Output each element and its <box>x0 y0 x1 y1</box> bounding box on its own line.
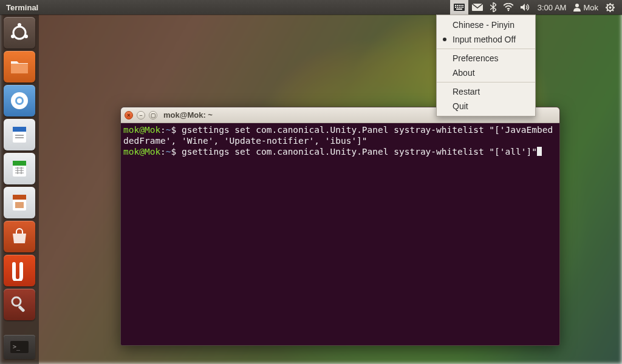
svg-point-13 <box>507 10 509 12</box>
window-close-button[interactable]: × <box>125 111 133 120</box>
prompt-path: ~ <box>166 147 171 157</box>
launcher-browser[interactable] <box>4 85 35 116</box>
user-name: Mok <box>583 3 598 12</box>
launcher-impress[interactable] <box>4 187 35 218</box>
wifi-icon <box>504 3 513 12</box>
speaker-icon <box>521 3 530 12</box>
svg-rect-7 <box>457 7 458 8</box>
window-minimize-button[interactable]: – <box>137 111 145 120</box>
svg-rect-6 <box>455 7 456 8</box>
svg-point-14 <box>575 4 579 7</box>
window-title: mok@Mok: ~ <box>163 110 213 120</box>
writer-icon <box>9 124 30 145</box>
prompt-symbol: $ <box>171 147 177 157</box>
impress-icon <box>9 192 30 213</box>
launcher-ubuntu-one[interactable] <box>4 255 35 286</box>
wrench-gear-icon <box>9 294 30 315</box>
launcher-running-terminal[interactable]: >_ <box>4 335 35 359</box>
svg-point-26 <box>18 23 21 27</box>
svg-line-20 <box>607 4 608 5</box>
svg-rect-11 <box>456 8 462 10</box>
prompt-path: ~ <box>166 125 171 135</box>
window-maximize-button[interactable]: ▢ <box>149 111 157 120</box>
active-app-label: Terminal <box>6 3 38 12</box>
svg-rect-10 <box>462 7 463 8</box>
svg-rect-2 <box>457 5 458 6</box>
terminal-line-1: gsettings set com.canonical.Unity.Panel … <box>123 125 553 146</box>
ubuntu-one-icon <box>9 260 30 281</box>
svg-rect-3 <box>459 5 460 6</box>
svg-rect-5 <box>462 5 463 6</box>
svg-rect-47 <box>18 305 25 312</box>
terminal-window: × – ▢ mok@Mok: ~ mok@Mok:~$ gsettings se… <box>120 107 560 346</box>
svg-point-46 <box>12 297 21 306</box>
svg-point-27 <box>11 35 15 38</box>
sound-indicator[interactable] <box>517 0 534 15</box>
svg-line-23 <box>612 4 613 5</box>
folder-icon <box>9 56 30 77</box>
launcher-calc[interactable] <box>4 153 35 184</box>
prompt-user: mok@Mok <box>123 147 160 157</box>
menu-separator <box>437 49 535 49</box>
svg-line-21 <box>612 10 613 11</box>
svg-text:>_: >_ <box>13 343 21 351</box>
menu-item-restart[interactable]: Restart <box>437 84 535 99</box>
top-panel: Terminal 3:00 AM Mok <box>0 0 622 15</box>
terminal-body[interactable]: mok@Mok:~$ gsettings set com.canonical.U… <box>121 123 559 345</box>
user-indicator[interactable]: Mok <box>570 0 602 15</box>
svg-rect-45 <box>15 202 24 208</box>
ubuntu-icon <box>9 22 30 43</box>
envelope-icon <box>472 4 483 11</box>
svg-point-25 <box>13 27 26 39</box>
menu-separator <box>437 82 535 83</box>
user-icon <box>573 3 581 12</box>
svg-rect-1 <box>455 5 456 6</box>
bag-icon <box>9 226 30 247</box>
svg-point-31 <box>17 98 22 103</box>
svg-rect-4 <box>460 5 462 6</box>
network-indicator[interactable] <box>500 0 517 15</box>
terminal-cursor <box>537 147 542 156</box>
launcher-writer[interactable] <box>4 119 35 150</box>
svg-line-22 <box>607 10 608 11</box>
launcher-dash[interactable] <box>4 17 35 49</box>
svg-point-24 <box>609 6 612 8</box>
terminal-line-2: gsettings set com.canonical.Unity.Panel … <box>182 147 537 157</box>
svg-rect-37 <box>13 161 26 166</box>
keyboard-icon <box>454 4 465 11</box>
menu-item-quit[interactable]: Quit <box>437 99 535 113</box>
bluetooth-icon <box>490 2 496 12</box>
svg-rect-33 <box>13 127 26 132</box>
menu-item-about[interactable]: About <box>437 66 535 80</box>
menu-item-input-off[interactable]: Input method Off <box>437 32 535 47</box>
prompt-symbol: $ <box>171 125 177 135</box>
keyboard-indicator[interactable] <box>450 0 468 15</box>
calc-icon <box>9 158 30 179</box>
svg-rect-8 <box>459 7 460 8</box>
menu-item-chinese-pinyin[interactable]: Chinese - Pinyin <box>437 18 535 32</box>
gear-icon <box>606 3 615 12</box>
svg-rect-44 <box>13 195 26 200</box>
launcher-software-center[interactable] <box>4 221 35 252</box>
svg-rect-9 <box>460 7 462 8</box>
launcher-settings[interactable] <box>4 289 35 320</box>
mail-indicator[interactable] <box>468 0 487 15</box>
input-method-menu: Chinese - Pinyin Input method Off Prefer… <box>436 15 536 116</box>
launcher-files[interactable] <box>4 51 35 83</box>
chromium-icon <box>9 90 30 111</box>
bluetooth-indicator[interactable] <box>487 0 500 15</box>
clock-indicator[interactable]: 3:00 AM <box>534 0 570 15</box>
menu-item-preferences[interactable]: Preferences <box>437 51 535 66</box>
session-indicator[interactable] <box>602 0 618 15</box>
svg-point-28 <box>24 35 28 38</box>
unity-launcher: >_ <box>0 15 39 364</box>
prompt-user: mok@Mok <box>123 125 160 135</box>
terminal-icon: >_ <box>9 337 30 357</box>
